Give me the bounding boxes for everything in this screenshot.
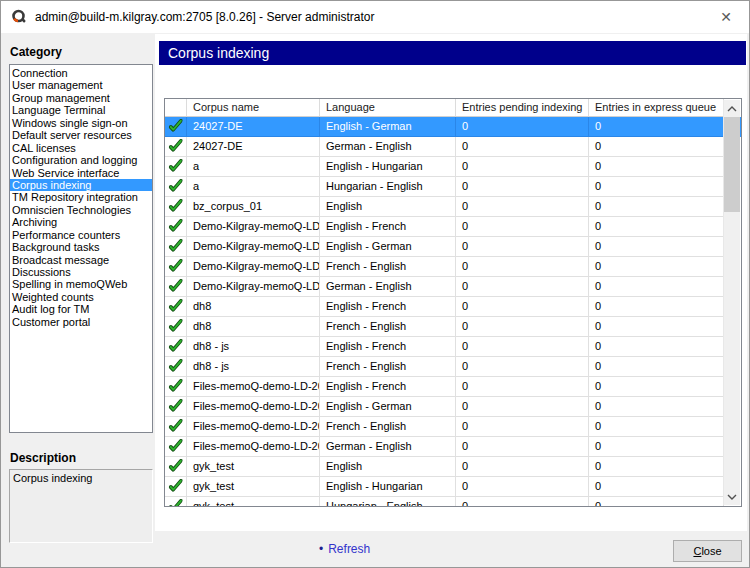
check-icon [165,177,187,197]
table-row[interactable]: gyk_testEnglish00 [165,457,741,477]
cell-pending: 0 [456,237,589,257]
column-header-language[interactable]: Language [320,99,456,117]
cell-pending: 0 [456,157,589,177]
sidebar-item-spelling-in-memoqweb[interactable]: Spelling in memoQWeb [10,278,152,290]
cell-express: 0 [589,297,724,317]
sidebar-item-cal-licenses[interactable]: CAL licenses [10,142,152,154]
sidebar-item-background-tasks[interactable]: Background tasks [10,241,152,253]
sidebar-item-discussions[interactable]: Discussions [10,266,152,278]
sidebar-item-user-management[interactable]: User management [10,79,152,91]
cell-express: 0 [589,117,724,137]
table-row[interactable]: Demo-Kilgray-memoQ-LD-2...German - Engli… [165,277,741,297]
sidebar-item-web-service-interface[interactable]: Web Service interface [10,167,152,179]
cell-pending: 0 [456,377,589,397]
cell-pending: 0 [456,197,589,217]
cell-pending: 0 [456,217,589,237]
cell-express: 0 [589,237,724,257]
vertical-scrollbar[interactable] [723,100,740,505]
check-icon [165,297,187,317]
cell-pending: 0 [456,337,589,357]
cell-language: English - French [320,297,456,317]
cell-language: German - English [320,277,456,297]
cell-language: English - Hungarian [320,157,456,177]
sidebar-item-connection[interactable]: Connection [10,67,152,79]
table-row[interactable]: dh8 - jsEnglish - French00 [165,337,741,357]
sidebar-item-performance-counters[interactable]: Performance counters [10,229,152,241]
column-header-entries-express[interactable]: Entries in express queue [589,99,724,117]
cell-language: English - French [320,377,456,397]
table-row[interactable]: 24027-DEGerman - English00 [165,137,741,157]
table-row[interactable]: dh8English - French00 [165,297,741,317]
sidebar-item-archiving[interactable]: Archiving [10,216,152,228]
cell-name: bz_corpus_01 [187,197,320,217]
table-row[interactable]: bz_corpus_01English00 [165,197,741,217]
sidebar-item-customer-portal[interactable]: Customer portal [10,316,152,328]
cell-name: Files-memoQ-demo-LD-2015 [187,417,320,437]
cell-language: English - French [320,337,456,357]
check-icon [165,257,187,277]
sidebar-item-broadcast-message[interactable]: Broadcast message [10,254,152,266]
table-row[interactable]: dh8 - jsFrench - English00 [165,357,741,377]
refresh-link[interactable]: Refresh [328,542,370,556]
sidebar-item-configuration-and-logging[interactable]: Configuration and logging [10,154,152,166]
check-icon [165,377,187,397]
table-row[interactable]: Files-memoQ-demo-LD-2015German - English… [165,437,741,457]
table-row[interactable]: Demo-Kilgray-memoQ-LD-2...English - Fren… [165,217,741,237]
cell-pending: 0 [456,317,589,337]
cell-language: French - English [320,417,456,437]
check-icon [165,197,187,217]
sidebar-item-weighted-counts[interactable]: Weighted counts [10,291,152,303]
scroll-down-icon[interactable] [724,488,740,505]
cell-pending: 0 [456,417,589,437]
check-icon [165,457,187,477]
partial-table-row[interactable]: gyk_testHungarian - English00 [165,497,741,506]
table-row[interactable]: gyk_testHungarian - English00 [165,497,741,506]
sidebar-item-windows-single-sign-on[interactable]: Windows single sign-on [10,117,152,129]
close-button[interactable]: Close [673,540,742,562]
sidebar-item-group-management[interactable]: Group management [10,92,152,104]
table-row[interactable]: Demo-Kilgray-memoQ-LD-2...English - Germ… [165,237,741,257]
cell-language: English [320,197,456,217]
sidebar-item-corpus-indexing[interactable]: Corpus indexing [10,179,152,191]
table-row[interactable]: 24027-DEEnglish - German00 [165,117,741,137]
cell-express: 0 [589,177,724,197]
cell-express: 0 [589,137,724,157]
cell-name: Files-memoQ-demo-LD-2015 [187,377,320,397]
table-row[interactable]: Files-memoQ-demo-LD-2015English - German… [165,397,741,417]
cell-language: English - German [320,397,456,417]
scroll-up-icon[interactable] [724,100,740,117]
check-icon [165,277,187,297]
cell-language: English [320,457,456,477]
table-row[interactable]: aEnglish - Hungarian00 [165,157,741,177]
column-header-corpus-name[interactable]: Corpus name [187,99,320,117]
cell-pending: 0 [456,437,589,457]
table-row[interactable]: Demo-Kilgray-memoQ-LD-2...French - Engli… [165,257,741,277]
page-title: Corpus indexing [159,41,746,65]
corpus-table: Corpus name Language Entries pending ind… [164,98,742,507]
cell-express: 0 [589,197,724,217]
sidebar-item-omniscien-technologies[interactable]: Omniscien Technologies [10,204,152,216]
table-row[interactable]: aHungarian - English00 [165,177,741,197]
sidebar-item-audit-log-for-tm[interactable]: Audit log for TM [10,303,152,315]
sidebar-item-default-server-resources[interactable]: Default server resources [10,129,152,141]
check-icon [165,137,187,157]
scrollbar-thumb[interactable] [724,117,740,212]
column-header-status[interactable] [165,99,187,117]
sidebar-item-language-terminal[interactable]: Language Terminal [10,104,152,116]
column-header-entries-pending[interactable]: Entries pending indexing [456,99,589,117]
window-close-button[interactable]: ✕ [703,1,749,32]
cell-express: 0 [589,277,724,297]
refresh-row: • Refresh [319,542,370,556]
check-icon [165,477,187,497]
check-icon [165,237,187,257]
cell-name: dh8 - js [187,337,320,357]
table-row[interactable]: Files-memoQ-demo-LD-2015English - French… [165,377,741,397]
cell-pending: 0 [456,497,589,506]
cell-express: 0 [589,157,724,177]
category-listbox: ConnectionUser managementGroup managemen… [9,64,153,433]
cell-pending: 0 [456,137,589,157]
sidebar-item-tm-repository-integration[interactable]: TM Repository integration [10,191,152,203]
table-row[interactable]: dh8French - English00 [165,317,741,337]
table-row[interactable]: Files-memoQ-demo-LD-2015French - English… [165,417,741,437]
table-row[interactable]: gyk_testEnglish - Hungarian00 [165,477,741,497]
